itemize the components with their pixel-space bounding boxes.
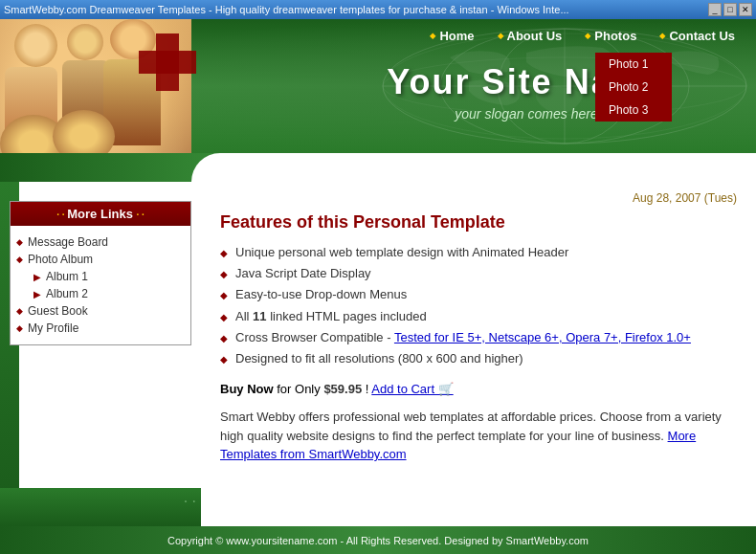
features-list: ◆ Unique personal web template design wi…	[220, 244, 737, 367]
feature-item: ◆ Easy-to-use Drop-down Menus	[220, 286, 737, 303]
footer: Copyright © www.yoursitename.com - All R…	[0, 526, 756, 554]
feature-text: Cross Browser Compatible - Tested for IE…	[235, 329, 691, 346]
window-controls[interactable]: _ □ ✕	[708, 3, 752, 16]
sidebar-link-label: My Profile	[28, 321, 78, 335]
description-text: Smart Webby offers professional web temp…	[220, 408, 737, 464]
diamond-icon: ◆	[16, 306, 23, 316]
feature-text: All 11 linked HTML pages included	[235, 308, 427, 325]
feature-item: ◆ All 11 linked HTML pages included	[220, 308, 737, 325]
sidebar-link-label: Guest Book	[28, 304, 88, 318]
bullet-icon: ◆	[220, 311, 228, 324]
content-area: Aug 28, 2007 (Tues) Features of this Per…	[201, 182, 756, 526]
bullet-icon: ◆	[220, 353, 228, 366]
sidebar-link-label: Album 1	[46, 270, 88, 283]
sidebar-link-guestbook[interactable]: ◆ Guest Book	[16, 302, 185, 320]
sidebar-link-label: Message Board	[28, 235, 108, 249]
bullet-icon: ◆	[220, 289, 228, 302]
site-header: · · · Home About Us Photos Contact Us Ph…	[0, 19, 756, 153]
site-title: Your Site Name	[306, 62, 746, 102]
feature-item: ◆ Cross Browser Compatible - Tested for …	[220, 329, 737, 346]
close-button[interactable]: ✕	[739, 3, 752, 16]
maximize-button[interactable]: □	[723, 3, 737, 16]
dropdown-photo2[interactable]: Photo 2	[595, 76, 672, 99]
bullet-icon: ◆	[220, 247, 228, 260]
nav-contact[interactable]: Contact Us	[648, 23, 746, 49]
sidebar-link-photoalbum[interactable]: ◆ Photo Album	[16, 251, 185, 268]
wave-separator	[0, 153, 756, 182]
add-to-cart-link[interactable]: Add to Cart 🛒	[371, 382, 453, 396]
sidebar-link-label: Photo Album	[28, 253, 93, 266]
feature-text: Java Script Date Display	[235, 265, 371, 282]
sidebar-link-album1[interactable]: ▶ Album 1	[16, 268, 185, 285]
nav-photos[interactable]: Photos	[573, 23, 648, 49]
sidebar-link-messageboard[interactable]: ◆ Message Board	[16, 233, 185, 251]
sidebar-bottom-dots: · ·	[184, 493, 196, 510]
feature-text: Easy-to-use Drop-down Menus	[235, 286, 407, 303]
sidebar-box-header: · · More Links · ·	[11, 202, 190, 226]
header-dots-decoration: · · ·	[5, 148, 29, 153]
diamond-icon: ◆	[16, 323, 23, 333]
date-display: Aug 28, 2007 (Tues)	[220, 191, 737, 205]
sidebar: · · More Links · · ◆ Message Board ◆ Pho…	[0, 182, 201, 526]
browser-content: · · · Home About Us Photos Contact Us Ph…	[0, 19, 756, 554]
feature-item: ◆ Designed to fit all resolutions (800 x…	[220, 350, 737, 367]
bullet-icon: ◆	[220, 268, 228, 281]
price-display: $59.95	[323, 382, 362, 396]
nav-about[interactable]: About Us	[486, 23, 574, 49]
sidebar-box-title: More Links	[67, 207, 133, 221]
svg-rect-8	[139, 51, 196, 74]
main-layout: · · More Links · · ◆ Message Board ◆ Pho…	[0, 182, 756, 526]
nav-home[interactable]: Home	[418, 23, 485, 49]
sidebar-link-myprofile[interactable]: ◆ My Profile	[16, 320, 185, 337]
sidebar-links: ◆ Message Board ◆ Photo Album ▶ Album 1	[11, 226, 190, 344]
photos-dropdown: Photo 1 Photo 2 Photo 3	[595, 53, 672, 122]
sidebar-link-label: Album 2	[46, 287, 88, 300]
feature-item: ◆ Unique personal web template design wi…	[220, 244, 737, 261]
minimize-button[interactable]: _	[708, 3, 722, 16]
titlebar: SmartWebby.com Dreamweaver Templates - H…	[0, 0, 756, 19]
red-cross-decoration	[139, 33, 196, 91]
titlebar-title: SmartWebby.com Dreamweaver Templates - H…	[4, 4, 708, 15]
browser-compat-link[interactable]: Tested for IE 5+, Netscape 6+, Opera 7+,…	[394, 330, 691, 344]
buy-section: Buy Now for Only $59.95 ! Add to Cart 🛒	[220, 382, 737, 396]
site-slogan: your slogan comes here	[306, 106, 746, 122]
sidebar-header-dots-right: · ·	[137, 210, 145, 220]
buy-label: Buy Now	[220, 382, 274, 396]
footer-text: Copyright © www.yoursitename.com - All R…	[167, 535, 589, 546]
arrow-icon: ▶	[33, 272, 41, 282]
sidebar-header-dots-left: · ·	[56, 210, 67, 220]
feature-text: Designed to fit all resolutions (800 x 6…	[235, 350, 523, 367]
description-body: Smart Webby offers professional web temp…	[220, 410, 722, 443]
buy-text: for Only	[277, 382, 323, 396]
feature-item: ◆ Java Script Date Display	[220, 265, 737, 282]
content-title: Features of this Personal Template	[220, 212, 737, 233]
nav-bar: Home About Us Photos Contact Us	[418, 19, 756, 53]
arrow-icon: ▶	[33, 289, 41, 299]
feature-text: Unique personal web template design with…	[235, 244, 568, 261]
bullet-icon: ◆	[220, 332, 228, 345]
diamond-icon: ◆	[16, 237, 23, 247]
site-title-area: Your Site Name your slogan comes here	[306, 62, 746, 122]
diamond-icon: ◆	[16, 255, 23, 264]
sidebar-box: · · More Links · · ◆ Message Board ◆ Pho…	[10, 201, 191, 345]
sidebar-bottom-green: · ·	[0, 488, 201, 526]
dropdown-photo3[interactable]: Photo 3	[595, 99, 672, 122]
sidebar-link-album2[interactable]: ▶ Album 2	[16, 285, 185, 302]
dropdown-photo1[interactable]: Photo 1	[595, 53, 672, 76]
